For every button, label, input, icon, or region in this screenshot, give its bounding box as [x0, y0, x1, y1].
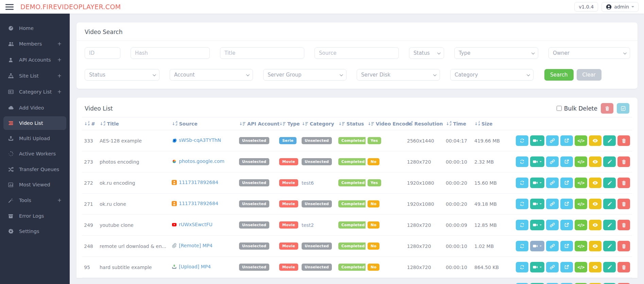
preview-button[interactable]	[589, 178, 601, 188]
sidebar-item-most-viewed[interactable]: Most Viewed	[3, 178, 66, 191]
bulk-delete-button[interactable]	[601, 103, 613, 114]
delete-button[interactable]	[617, 220, 630, 230]
sidebar-item-error-logs[interactable]: Error Logs	[3, 209, 66, 223]
search-input-hash[interactable]	[131, 47, 210, 59]
video-menu-button[interactable]	[530, 220, 544, 230]
column-header-category[interactable]: ↓Category	[300, 117, 336, 130]
copy-link-button[interactable]	[546, 262, 559, 272]
search-input-source[interactable]	[315, 47, 399, 59]
open-external-button[interactable]	[560, 199, 573, 209]
reencode-button[interactable]	[516, 241, 528, 251]
copy-link-button[interactable]	[546, 220, 559, 230]
embed-code-button[interactable]: </>	[575, 199, 588, 209]
embed-code-button[interactable]: </>	[575, 135, 588, 146]
search-button[interactable]: Search	[544, 69, 574, 81]
edit-button[interactable]	[603, 220, 616, 230]
video-menu-button[interactable]	[530, 156, 544, 167]
copy-link-button[interactable]	[546, 135, 559, 146]
sidebar-item-api-accounts[interactable]: API Accounts+	[3, 53, 66, 67]
copy-link-button[interactable]	[546, 241, 559, 251]
embed-code-button[interactable]: </>	[575, 156, 588, 167]
brand-title[interactable]: DEMO.FIREVIDEOPLAYER.COM	[20, 3, 121, 11]
search-select-status[interactable]: Status	[85, 69, 159, 81]
edit-button[interactable]	[603, 156, 616, 167]
sidebar-item-site-list[interactable]: Site List+	[3, 69, 66, 83]
search-select-owner[interactable]: Owner	[548, 47, 630, 59]
video-menu-button[interactable]	[530, 262, 544, 272]
search-input-id[interactable]	[85, 47, 120, 59]
preview-button[interactable]	[589, 220, 601, 230]
source-link[interactable]: sWSb-cqA3TYThN	[172, 137, 221, 143]
column-header-video-encode[interactable]: ↓Video Encode	[366, 117, 405, 130]
search-select-type[interactable]: Type	[454, 47, 538, 59]
search-select-server-disk[interactable]: Server Disk	[357, 69, 440, 81]
reencode-button[interactable]	[516, 178, 528, 188]
search-select-server-group[interactable]: Server Group	[263, 69, 346, 81]
preview-button[interactable]	[589, 135, 601, 146]
column-header-api-account[interactable]: ↓API Account	[237, 117, 277, 130]
reencode-button[interactable]	[516, 262, 528, 272]
video-menu-button[interactable]	[530, 199, 544, 209]
search-input-title[interactable]	[220, 47, 304, 59]
embed-code-button[interactable]: </>	[575, 220, 588, 230]
sidebar-item-multi-upload[interactable]: Multi Upload	[3, 132, 66, 145]
embed-code-button[interactable]: </>	[575, 178, 588, 188]
column-header-status[interactable]: ↓Status	[336, 117, 366, 130]
column-header-title[interactable]: ↓AZTitle	[98, 117, 170, 130]
copy-link-button[interactable]	[546, 156, 559, 167]
edit-button[interactable]	[603, 262, 616, 272]
embed-code-button[interactable]: </>	[575, 262, 588, 272]
reencode-button[interactable]	[516, 156, 528, 167]
open-external-button[interactable]	[560, 262, 573, 272]
preview-button[interactable]	[589, 262, 601, 272]
reencode-button[interactable]	[516, 220, 528, 230]
delete-button[interactable]	[617, 262, 630, 272]
sidebar-item-settings[interactable]: Settings	[3, 224, 66, 238]
reencode-button[interactable]	[516, 199, 528, 209]
sidebar-item-tools[interactable]: Tools+	[3, 193, 66, 207]
column-header-time[interactable]: ↓AZTime	[444, 117, 472, 130]
menu-toggle-icon[interactable]	[5, 4, 14, 10]
video-menu-button[interactable]	[530, 178, 544, 188]
open-external-button[interactable]	[560, 220, 573, 230]
delete-button[interactable]	[617, 156, 630, 167]
video-menu-button[interactable]	[530, 135, 544, 146]
search-select-account[interactable]: Account	[170, 69, 253, 81]
user-menu[interactable]: admin	[601, 2, 639, 12]
reencode-button[interactable]	[516, 135, 528, 146]
copy-link-button[interactable]	[546, 199, 559, 209]
clear-button[interactable]: Clear	[577, 69, 601, 81]
delete-button[interactable]	[617, 199, 630, 209]
search-select-status[interactable]: Status	[409, 47, 444, 59]
column-header-source[interactable]: ↓AZSource	[170, 117, 237, 130]
edit-button[interactable]	[603, 241, 616, 251]
edit-button[interactable]	[603, 135, 616, 146]
sidebar-item-transfer-queues[interactable]: Transfer Queues	[3, 162, 66, 176]
bulk-delete-checkbox[interactable]	[557, 106, 562, 111]
column-header-item[interactable]: ↓19#	[82, 117, 98, 130]
delete-button[interactable]	[617, 135, 630, 146]
source-link[interactable]: 1117317892684	[172, 201, 218, 206]
edit-button[interactable]	[603, 199, 616, 209]
video-menu-button[interactable]	[530, 241, 544, 251]
open-external-button[interactable]	[560, 241, 573, 251]
sidebar-item-video-list[interactable]: Video List	[3, 116, 66, 130]
delete-button[interactable]	[617, 178, 630, 188]
source-link[interactable]: rUWxSEwctFU	[172, 222, 213, 227]
search-select-category[interactable]: Category	[450, 69, 533, 81]
delete-button[interactable]	[617, 241, 630, 251]
bulk-select-all-button[interactable]	[617, 103, 629, 114]
open-external-button[interactable]	[560, 135, 573, 146]
open-external-button[interactable]	[560, 178, 573, 188]
sidebar-item-home[interactable]: Home	[3, 21, 66, 35]
open-external-button[interactable]	[560, 156, 573, 167]
column-header-size[interactable]: ↓19Size	[472, 117, 508, 130]
source-link[interactable]: [Upload] MP4	[172, 264, 211, 269]
preview-button[interactable]	[589, 156, 601, 167]
sidebar-item-category-list[interactable]: Category List+	[3, 85, 66, 99]
preview-button[interactable]	[589, 199, 601, 209]
preview-button[interactable]	[589, 241, 601, 251]
edit-button[interactable]	[603, 178, 616, 188]
column-header-type[interactable]: ↓Type	[277, 117, 300, 130]
source-link[interactable]: photos.google.com	[172, 158, 224, 164]
